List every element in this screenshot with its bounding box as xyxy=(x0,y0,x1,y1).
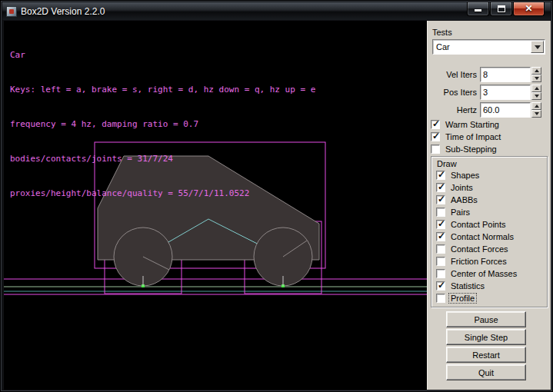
chevron-down-icon xyxy=(535,45,541,49)
spinner-up-icon xyxy=(535,105,539,108)
vel-iters-down-button[interactable] xyxy=(531,75,541,82)
maximize-button[interactable] xyxy=(490,2,512,16)
spinner-down-icon xyxy=(535,112,539,115)
tests-dropdown-value: Car xyxy=(433,42,531,51)
checkbox-contact-forces[interactable]: Contact Forces xyxy=(436,244,510,254)
spinner-up-icon xyxy=(535,69,539,72)
pause-button[interactable]: Pause xyxy=(446,311,526,327)
title-bar[interactable]: Box2D Version 2.2.0 ✕ xyxy=(2,2,551,20)
stats-line-frequency: frequency = 4 hz, damping ratio = 0.7 xyxy=(10,118,315,130)
checkbox-box xyxy=(436,208,445,217)
control-panel: Tests Car Vel Iters Pos Iters xyxy=(427,21,551,390)
checkbox-box xyxy=(431,120,440,129)
tests-dropdown-button[interactable] xyxy=(531,41,544,53)
restart-button[interactable]: Restart xyxy=(446,347,526,363)
vel-iters-up-button[interactable] xyxy=(531,67,541,75)
hertz-arrows xyxy=(531,102,541,118)
window-controls: ✕ xyxy=(466,2,545,16)
hertz-field[interactable] xyxy=(480,102,531,118)
spinner-hertz: Hertz xyxy=(457,102,541,118)
checkbox-box xyxy=(436,257,445,266)
checkbox-time-of-impact[interactable]: Time of Impact xyxy=(431,131,502,142)
checkbox-joints[interactable]: Joints xyxy=(436,182,475,193)
checkbox-sub-stepping[interactable]: Sub-Stepping xyxy=(431,144,498,154)
spinner-down-icon xyxy=(535,77,539,80)
checkbox-aabbs[interactable]: AABBs xyxy=(436,194,479,205)
minimize-icon xyxy=(475,9,481,12)
checkbox-shapes[interactable]: Shapes xyxy=(436,170,481,181)
checkbox-box xyxy=(436,244,445,254)
checkbox-box xyxy=(436,269,445,278)
checkbox-center-of-masses[interactable]: Center of Masses xyxy=(436,268,518,279)
stats-line-bodies: bodies/contacts/joints = 31/7/24 xyxy=(10,153,315,164)
pos-iters-field[interactable] xyxy=(480,85,531,100)
checkbox-box xyxy=(436,195,445,204)
single-step-button[interactable]: Single Step xyxy=(446,329,526,345)
checkbox-box xyxy=(436,171,445,180)
checkbox-box xyxy=(431,145,440,154)
window-title: Box2D Version 2.2.0 xyxy=(21,6,105,17)
pos-iters-arrows xyxy=(531,85,541,100)
quit-button[interactable]: Quit xyxy=(446,364,526,380)
physics-canvas[interactable]: Car Keys: left = a, brake = s, right = d… xyxy=(4,21,427,390)
checkbox-pairs[interactable]: Pairs xyxy=(436,207,471,218)
checkbox-box xyxy=(436,183,445,192)
tests-label: Tests xyxy=(432,28,452,37)
close-icon: ✕ xyxy=(525,2,532,15)
checkbox-profile[interactable]: Profile xyxy=(436,293,476,304)
vel-iters-label: Vel Iters xyxy=(446,70,477,79)
vel-iters-field[interactable] xyxy=(480,67,531,82)
stats-line-keys: Keys: left = a, brake = s, right = d, hz… xyxy=(10,84,315,95)
maximize-icon xyxy=(498,5,505,12)
tests-dropdown[interactable]: Car xyxy=(432,39,545,55)
vel-iters-arrows xyxy=(531,67,541,82)
minimize-button[interactable] xyxy=(467,2,489,16)
checkbox-box xyxy=(436,220,445,229)
spinner-pos-iters: Pos Iters xyxy=(444,85,541,100)
hertz-input[interactable] xyxy=(481,105,530,115)
app-window: Box2D Version 2.2.0 ✕ xyxy=(0,0,553,392)
pos-iters-input[interactable] xyxy=(481,88,530,97)
app-icon[interactable] xyxy=(6,6,17,17)
checkbox-statistics[interactable]: Statistics xyxy=(436,281,486,291)
pos-iters-down-button[interactable] xyxy=(531,92,541,100)
checkbox-friction-forces[interactable]: Friction Forces xyxy=(436,256,508,267)
checkbox-box xyxy=(436,232,445,241)
hertz-up-button[interactable] xyxy=(531,102,541,110)
draw-group: Draw Shapes Joints AABBs Pairs Contact P… xyxy=(431,156,548,307)
checkbox-contact-normals[interactable]: Contact Normals xyxy=(436,231,515,242)
spinner-up-icon xyxy=(535,87,539,90)
hertz-label: Hertz xyxy=(457,105,477,115)
checkbox-box xyxy=(436,281,445,291)
pos-iters-label: Pos Iters xyxy=(444,88,477,97)
hertz-down-button[interactable] xyxy=(531,110,541,118)
vel-iters-input[interactable] xyxy=(481,70,530,79)
pos-iters-up-button[interactable] xyxy=(531,85,541,92)
spinner-down-icon xyxy=(535,95,539,98)
close-button[interactable]: ✕ xyxy=(513,2,545,16)
draw-group-title: Draw xyxy=(437,159,457,168)
stats-line-title: Car xyxy=(10,49,315,61)
checkbox-warm-starting[interactable]: Warm Starting xyxy=(431,119,501,130)
checkbox-box xyxy=(431,132,440,141)
stats-line-proxies: proxies/height/balance/quality = 55/7/1/… xyxy=(10,188,315,199)
stats-overlay: Car Keys: left = a, brake = s, right = d… xyxy=(10,26,315,222)
spinner-vel-iters: Vel Iters xyxy=(446,67,541,82)
checkbox-contact-points[interactable]: Contact Points xyxy=(436,219,508,230)
checkbox-box xyxy=(436,294,445,303)
